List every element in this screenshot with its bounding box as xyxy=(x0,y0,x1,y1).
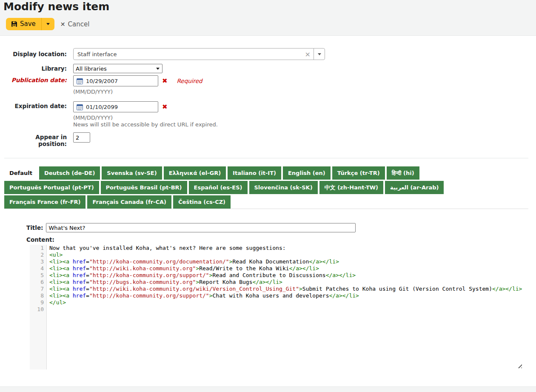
publication-date-value: 10/29/2007 xyxy=(86,78,118,84)
tab-tr-TR[interactable]: Türkçe (tr-TR) xyxy=(332,166,385,180)
display-location-value: Staff interface xyxy=(77,51,302,57)
tab-sk-SK[interactable]: Slovenčina (sk-SK) xyxy=(249,181,318,194)
save-button[interactable]: Save xyxy=(6,18,41,30)
code-line: 10 xyxy=(30,306,523,313)
position-input[interactable] xyxy=(73,132,90,143)
clear-selection-icon[interactable]: × xyxy=(302,50,314,58)
save-dropdown-toggle[interactable] xyxy=(41,18,54,30)
tab-pt-PT[interactable]: Português Portugal (pt-PT) xyxy=(4,181,99,194)
chevron-down-icon xyxy=(318,53,321,57)
code-line: 7<li><a href="http://wiki.koha-community… xyxy=(30,286,523,292)
tab-en[interactable]: English (en) xyxy=(283,166,331,180)
tab-cs-CZ[interactable]: Čeština (cs-CZ) xyxy=(173,195,231,209)
close-icon: ✕ xyxy=(60,21,66,28)
required-note: Required xyxy=(177,75,202,86)
dropdown-arrow-button[interactable] xyxy=(314,49,325,60)
save-icon xyxy=(11,21,17,27)
tab-fr-FR[interactable]: Français France (fr-FR) xyxy=(4,195,86,209)
display-location-label: Display location: xyxy=(4,48,67,57)
expiration-date-label: Expiration date: xyxy=(4,101,67,109)
caret-down-icon xyxy=(46,23,50,27)
cancel-label: Cancel xyxy=(68,20,90,28)
code-line: 5<li><a href="http://koha-community.org/… xyxy=(30,272,523,279)
code-editor[interactable]: 1Now that you've installed Koha, what's … xyxy=(30,245,523,369)
code-lines: 1Now that you've installed Koha, what's … xyxy=(30,245,523,313)
save-button-label: Save xyxy=(20,20,36,28)
code-line: 6<li><a href="http://bugs.koha-community… xyxy=(30,279,523,286)
calendar-icon[interactable] xyxy=(77,78,83,84)
library-label: Library: xyxy=(4,64,67,72)
footer-strip xyxy=(0,386,536,392)
tab-pt-BR[interactable]: Português Brasil (pt-BR) xyxy=(101,181,187,194)
calendar-icon[interactable] xyxy=(77,104,83,110)
position-label: Appear in position: xyxy=(4,132,67,147)
content-label: Content: xyxy=(26,236,523,243)
tab-el-GR[interactable]: Ελληνικά (el-GR) xyxy=(164,166,226,180)
language-tabs: DefaultDeutsch (de-DE)Svenska (sv-SE)Ελλ… xyxy=(4,166,528,209)
library-select-wrap: All libraries xyxy=(73,64,163,73)
tab-es-ES[interactable]: Español (es-ES) xyxy=(189,181,248,194)
tab-default[interactable]: Default xyxy=(4,166,37,180)
date-format-hint: (MM/DD/YYYY) xyxy=(73,114,218,121)
toolbar: Save ✕ Cancel xyxy=(3,18,533,30)
publication-date-label: Publication date: xyxy=(4,75,67,83)
tab-fr-CA[interactable]: Français Canada (fr-CA) xyxy=(87,195,171,209)
page-header: Modify news item Save ✕ Cancel xyxy=(0,0,536,36)
code-line: 1Now that you've installed Koha, what's … xyxy=(30,245,523,252)
publication-date-input[interactable]: 10/29/2007 xyxy=(73,75,158,86)
expiration-date-input[interactable]: 01/10/2099 xyxy=(73,101,158,112)
code-line: 3<li><a href="http://koha-community.org/… xyxy=(30,258,523,265)
date-format-hint: (MM/DD/YYYY) xyxy=(73,89,202,95)
clear-date-icon[interactable]: ✖ xyxy=(162,75,168,86)
cancel-link[interactable]: ✕ Cancel xyxy=(60,20,90,28)
title-input[interactable] xyxy=(46,223,356,232)
clear-date-icon[interactable]: ✖ xyxy=(162,101,168,112)
tab-de-DE[interactable]: Deutsch (de-DE) xyxy=(39,166,100,180)
code-line: 4<li><a href="http://wiki.koha-community… xyxy=(30,265,523,272)
code-line: 8<li><a href="http://koha-community.org/… xyxy=(30,292,523,299)
library-select[interactable]: All libraries xyxy=(73,64,163,73)
expiry-note: News will still be accessible by direct … xyxy=(73,121,218,128)
tabs-section: DefaultDeutsch (de-DE)Svenska (sv-SE)Ελλ… xyxy=(4,158,528,369)
news-form: Display location: Staff interface × Libr… xyxy=(0,36,536,369)
tab-panel: Title: Content: 1Now that you've install… xyxy=(4,209,528,369)
title-label: Title: xyxy=(26,224,43,231)
tab-it-IT[interactable]: Italiano (it-IT) xyxy=(228,166,281,180)
resize-handle[interactable] xyxy=(516,363,522,368)
tab-ar-Arab[interactable]: العربية (ar-Arab) xyxy=(385,181,444,194)
code-line: 2<ul> xyxy=(30,252,523,258)
tab-zh-Hant-TW[interactable]: 中文 (zh-Hant-TW) xyxy=(319,181,383,194)
tab-sv-SE[interactable]: Svenska (sv-SE) xyxy=(102,166,162,180)
tab-hi[interactable]: हिन्दी (hi) xyxy=(387,166,419,180)
expiration-date-value: 01/10/2099 xyxy=(86,104,118,110)
code-line: 9</ul> xyxy=(30,299,523,306)
save-split-button: Save xyxy=(6,18,54,30)
page-title: Modify news item xyxy=(3,1,533,13)
display-location-select[interactable]: Staff interface × xyxy=(73,48,325,60)
